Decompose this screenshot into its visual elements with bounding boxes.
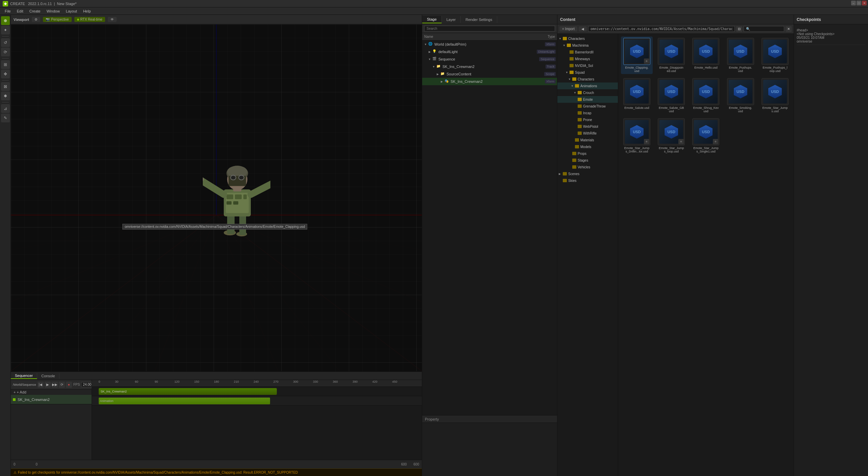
stage-search-input[interactable] [424, 26, 555, 31]
menu-edit[interactable]: Edit [14, 8, 26, 14]
menu-create[interactable]: Create [27, 8, 43, 14]
checkpoints-body: #head> <Not using Checkpoints> 05/03/21 … [794, 24, 868, 476]
minimize-button[interactable]: – [851, 1, 856, 5]
menu-layout[interactable]: Layout [63, 8, 80, 14]
seq-record-btn[interactable]: ● [66, 382, 72, 388]
scale-tool[interactable]: ⟳ [1, 48, 10, 56]
rotate-tool[interactable]: ↺ [1, 38, 10, 47]
type-col-header: Type [548, 35, 555, 39]
seq-play-btn[interactable]: ▶ [45, 382, 51, 388]
ctree-incap[interactable]: Incap [557, 110, 618, 116]
camera-tool[interactable]: ⊠ [1, 82, 10, 91]
content-path-input[interactable] [588, 26, 735, 32]
nav-back-btn[interactable]: ◀ [579, 26, 587, 31]
ctree-materials[interactable]: Materials [557, 137, 618, 143]
add-button[interactable]: + + Add [11, 389, 92, 395]
timeline[interactable]: 0 30 60 90 120 150 180 210 240 270 300 3… [92, 380, 422, 460]
ctree-animations[interactable]: ▼ Animations [557, 82, 618, 89]
asset-emote-hello[interactable]: USD Emote_Hello.usd [690, 37, 722, 74]
asset-emote-starjump-single[interactable]: USD ⊕ Emote_Star_Jumps_Single1.usd [690, 117, 722, 154]
asset-label: Emote_Salute.usd [624, 106, 649, 110]
move-tool[interactable]: ✦ [1, 26, 10, 34]
ctree-prone[interactable]: Prone [557, 116, 618, 123]
asset-emote-salute[interactable]: USD Emote_Salute.usd [621, 77, 653, 114]
tab-console[interactable]: Console [37, 373, 59, 379]
usd-icon: USD [699, 45, 713, 58]
light-tool[interactable]: ✱ [1, 92, 10, 100]
grid-tool[interactable]: ⊞ [1, 60, 10, 69]
seq-start-btn[interactable]: |◀ [38, 382, 44, 388]
menu-help[interactable]: Help [80, 8, 94, 14]
ctree-characters[interactable]: ▼ Characters [557, 35, 618, 42]
eye-btn[interactable]: 👁 [108, 17, 117, 22]
seq-playback2-btn[interactable]: ▶▶ [52, 382, 58, 388]
rtx-btn[interactable]: RTX Real-time [74, 17, 105, 22]
tree-crewman-xform[interactable]: ▶ 🎭 SK_Ins_Crewman2 Xform [422, 78, 557, 85]
ctree-vehicles[interactable]: Vehicles [557, 164, 618, 170]
asset-emote-salute-gb[interactable]: USD Emote_Salute_GBusd [655, 77, 687, 114]
ctree-models[interactable]: Models [557, 143, 618, 150]
asset-emote-starjump-drillin[interactable]: USD ⊕ Emote_Star_Jumps_Drillin...tor.usd [621, 117, 653, 154]
ctree-webpistol[interactable]: WebPistol [557, 123, 618, 130]
ctree-withrifle[interactable]: WithRifle [557, 130, 618, 137]
asset-emote-smoking[interactable]: USD Emote_Smoking.usd [725, 77, 756, 114]
close-search-btn[interactable]: ✕ [786, 26, 792, 32]
menu-window[interactable]: Window [44, 8, 63, 14]
seq-loop-btn[interactable]: ⟳ [59, 382, 65, 388]
asset-emote-clapping[interactable]: USD ⊕ Emote_Clapping.usd [621, 37, 653, 74]
ctree-squad-chars[interactable]: ▼ Characters [557, 76, 618, 82]
ctree-nvidiasol[interactable]: NVIDIA_Sol [557, 62, 618, 69]
ctree-grenadethrow[interactable]: GrenadeThrow [557, 103, 618, 110]
usd-icon: USD [734, 85, 747, 98]
expand-icon: ▶ [440, 79, 444, 84]
animation-clip[interactable]: Animation [99, 398, 270, 404]
asset-emote-shrug[interactable]: USD Emote_Shrug_Kevusd [690, 77, 722, 114]
ctree-machinima[interactable]: ▼ Machinima [557, 42, 618, 49]
tree-world[interactable]: ▼ 🌐 World (defaultPrim) Xform [422, 41, 557, 48]
ctree-bannerlord[interactable]: BannerIordII [557, 49, 618, 55]
tab-sequencer[interactable]: Sequencer [11, 373, 37, 379]
folder-icon [572, 165, 576, 169]
ctree-emote[interactable]: Emote [557, 96, 618, 103]
settings-btn[interactable]: ⚙ [32, 17, 40, 22]
marker-420: 420 [372, 380, 378, 383]
tab-stage[interactable]: Stage [422, 16, 442, 23]
tree-defaultlight[interactable]: ▶ 💡 defaultLight DistantLight [422, 48, 557, 55]
asset-emote-starjump[interactable]: USD Emote_Star_Jumps.usd [759, 77, 791, 114]
usd-icon: USD [699, 85, 713, 98]
asset-emote-pushups[interactable]: USD Emote_Pushups.usd [725, 37, 756, 74]
ctree-skies[interactable]: Skies [557, 177, 618, 184]
ctree-props[interactable]: Props [557, 150, 618, 157]
usd-icon: USD [665, 85, 678, 98]
viewport-canvas[interactable]: omniverse://content.ov.nvidia.com/NVIDIA… [11, 24, 422, 371]
snap-tool[interactable]: ✥ [1, 70, 10, 78]
close-button[interactable]: ✕ [862, 1, 867, 5]
asset-emote-disappoint[interactable]: USD Emote_Disappoined.usd [655, 37, 687, 74]
ctree-scenes[interactable]: ▶ Scenes [557, 170, 618, 177]
edit-tool[interactable]: ✎ [1, 114, 10, 122]
warning-icon: ⚠ [14, 471, 17, 474]
asset-emote-starjump-loop[interactable]: USD ⊕ Emote_Star_Jumps_loop.usd [655, 117, 687, 154]
ctree-squad[interactable]: ▼ Squad [557, 69, 618, 76]
maximize-button[interactable]: □ [857, 1, 861, 5]
asset-emote-pushups-loop[interactable]: USD Emote_Pushups_loop.usd [759, 37, 791, 74]
tab-render-settings[interactable]: Render Settings [461, 16, 497, 23]
menu-file[interactable]: File [2, 8, 14, 14]
tree-sequence[interactable]: ▼ 🎬 Sequence Sequence [422, 55, 557, 63]
tab-layer[interactable]: Layer [442, 16, 461, 23]
folder-icon [578, 118, 582, 121]
track-item[interactable]: SK_Ins_Crewman2 [11, 395, 92, 404]
tree-track[interactable]: ▼ 📁 SK_Ins_Crewman2 Track [422, 63, 557, 70]
select-tool[interactable]: ⊕ [1, 16, 10, 25]
asset-badge: ⊕ [713, 139, 718, 144]
content-search-input[interactable] [744, 26, 784, 32]
import-button[interactable]: + Import [559, 26, 577, 31]
paint-tool[interactable]: ⊿ [1, 104, 10, 113]
filter-btn[interactable]: ⊟ [736, 26, 742, 32]
ctree-stages[interactable]: Stages [557, 157, 618, 164]
perspective-btn[interactable]: 📷 Perspective [43, 17, 71, 22]
ctree-mineways[interactable]: Mineways [557, 55, 618, 62]
tree-sourcecontent[interactable]: ▶ 📁 SourceContent Scope [422, 70, 557, 78]
main-clip[interactable]: SK_Ins_Crewman2 [99, 388, 277, 395]
ctree-crouch[interactable]: ▼ Crouch [557, 89, 618, 96]
